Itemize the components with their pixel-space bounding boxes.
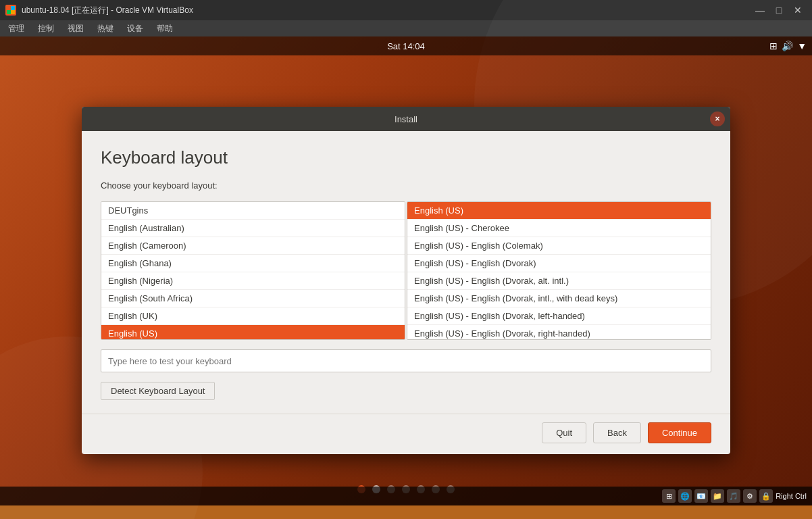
left-list-item[interactable]: English (Cameroon) bbox=[101, 237, 405, 255]
back-button[interactable]: Back bbox=[593, 422, 641, 443]
network-icon: ⊞ bbox=[769, 41, 778, 51]
left-list-item[interactable]: English (Ghana) bbox=[101, 255, 405, 272]
keyboard-test-input[interactable] bbox=[101, 349, 711, 372]
dialog-title: Install bbox=[395, 114, 417, 124]
taskbar-icon-4[interactable]: 📁 bbox=[711, 489, 724, 503]
dialog-footer: Quit Back Continue bbox=[82, 414, 730, 454]
continue-button[interactable]: Continue bbox=[648, 422, 711, 443]
page-title: Keyboard layout bbox=[101, 147, 711, 168]
menu-devices[interactable]: 设备 bbox=[122, 22, 149, 36]
vm-topbar: Sat 14:04 ⊞ 🔊 ▼ bbox=[0, 36, 812, 55]
taskbar-icon-3[interactable]: 📧 bbox=[694, 489, 708, 503]
layout-lists-container: DEUTginsEnglish (Australian)English (Cam… bbox=[101, 201, 711, 340]
right-ctrl-label: Right Ctrl bbox=[776, 492, 807, 500]
window-title: ubuntu-18.04 [正在运行] - Oracle VM VirtualB… bbox=[22, 5, 746, 16]
left-list-item[interactable]: DEUTgins bbox=[101, 202, 405, 220]
dialog-titlebar: Install × bbox=[82, 107, 730, 131]
left-list-item[interactable]: English (US) bbox=[101, 325, 405, 340]
right-list-item[interactable]: English (US) bbox=[407, 202, 711, 220]
svg-rect-0 bbox=[7, 6, 11, 10]
svg-rect-1 bbox=[11, 6, 15, 10]
right-list-item[interactable]: English (US) - English (Dvorak, alt. int… bbox=[407, 272, 711, 290]
taskbar-icon-7[interactable]: 🔒 bbox=[759, 489, 773, 503]
app-icon bbox=[5, 5, 16, 16]
vm-status-icons: ⊞ 🔊 ▼ bbox=[769, 41, 807, 51]
left-list-item[interactable]: English (Nigeria) bbox=[101, 272, 405, 290]
taskbar-icon-1[interactable]: ⊞ bbox=[662, 489, 676, 503]
right-list-item[interactable]: English (US) - Cherokee bbox=[407, 220, 711, 237]
left-list-item[interactable]: English (Australian) bbox=[101, 220, 405, 237]
quit-button[interactable]: Quit bbox=[542, 422, 586, 443]
menu-help[interactable]: 帮助 bbox=[151, 22, 178, 36]
dialog-body: Keyboard layout Choose your keyboard lay… bbox=[82, 131, 730, 414]
left-list-item[interactable]: English (UK) bbox=[101, 307, 405, 325]
right-list-item[interactable]: English (US) - English (Colemak) bbox=[407, 237, 711, 255]
right-list-item[interactable]: English (US) - English (Dvorak) bbox=[407, 255, 711, 272]
vm-content: Install × Keyboard layout Choose your ke… bbox=[0, 55, 812, 505]
right-list-item[interactable]: English (US) - English (Dvorak, intl., w… bbox=[407, 290, 711, 307]
volume-icon: 🔊 bbox=[782, 41, 793, 51]
vm-screen: Sat 14:04 ⊞ 🔊 ▼ Install × Keyboard layou… bbox=[0, 36, 812, 505]
left-list-item[interactable]: English (South Africa) bbox=[101, 290, 405, 307]
svg-rect-2 bbox=[7, 10, 11, 14]
layout-left-list[interactable]: DEUTginsEnglish (Australian)English (Cam… bbox=[101, 201, 405, 340]
minimize-button[interactable]: — bbox=[751, 3, 769, 17]
vm-taskbar: ⊞ 🌐 📧 📁 🎵 ⚙ 🔒 Right Ctrl bbox=[0, 487, 812, 505]
menubar: 管理 控制 视图 热键 设备 帮助 bbox=[0, 20, 812, 36]
menu-hotkey[interactable]: 热键 bbox=[92, 22, 119, 36]
menu-view[interactable]: 视图 bbox=[62, 22, 89, 36]
dialog-close-button[interactable]: × bbox=[710, 112, 725, 126]
install-dialog: Install × Keyboard layout Choose your ke… bbox=[82, 107, 730, 454]
detect-layout-button[interactable]: Detect Keyboard Layout bbox=[101, 382, 215, 400]
menu-control[interactable]: 控制 bbox=[32, 22, 59, 36]
choose-label: Choose your keyboard layout: bbox=[101, 180, 711, 191]
battery-icon: ▼ bbox=[797, 41, 807, 51]
taskbar-icon-2[interactable]: 🌐 bbox=[678, 489, 692, 503]
right-list-item[interactable]: English (US) - English (Dvorak, right-ha… bbox=[407, 325, 711, 340]
vm-clock: Sat 14:04 bbox=[387, 41, 425, 51]
layout-right-list[interactable]: English (US)English (US) - CherokeeEngli… bbox=[407, 201, 711, 340]
menu-admin[interactable]: 管理 bbox=[3, 22, 30, 36]
titlebar: ubuntu-18.04 [正在运行] - Oracle VM VirtualB… bbox=[0, 0, 812, 20]
svg-rect-3 bbox=[11, 10, 15, 14]
maximize-button[interactable]: □ bbox=[770, 3, 788, 17]
right-list-item[interactable]: English (US) - English (Dvorak, left-han… bbox=[407, 307, 711, 325]
taskbar-icon-5[interactable]: 🎵 bbox=[727, 489, 740, 503]
close-button[interactable]: ✕ bbox=[789, 3, 807, 17]
window-controls: — □ ✕ bbox=[751, 3, 807, 17]
taskbar-icon-6[interactable]: ⚙ bbox=[743, 489, 757, 503]
